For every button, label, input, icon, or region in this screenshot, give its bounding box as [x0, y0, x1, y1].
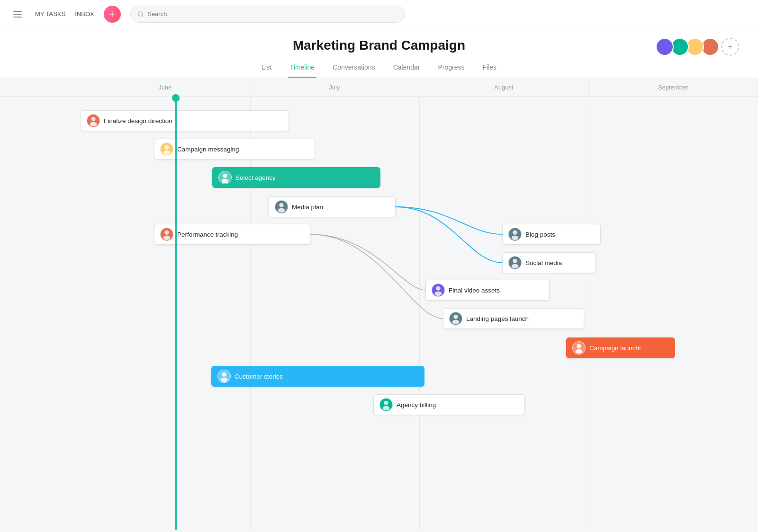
svg-point-25	[383, 406, 390, 410]
tab-files[interactable]: Files	[480, 60, 498, 78]
person-icon	[573, 341, 585, 355]
svg-line-1	[142, 15, 143, 16]
svg-point-7	[222, 179, 229, 183]
task-avatar	[449, 312, 462, 325]
month-august: August	[419, 78, 589, 97]
person-icon	[218, 370, 230, 383]
task-label: Campaign launch!	[589, 345, 641, 352]
timeline-main: June July August September	[81, 78, 758, 530]
topbar: MY TASKS INBOX +	[0, 0, 758, 28]
tab-calendar[interactable]: Calendar	[391, 60, 422, 78]
svg-point-21	[576, 349, 583, 354]
connectors	[81, 97, 758, 530]
task-avatar	[160, 142, 173, 156]
svg-point-6	[223, 174, 227, 178]
my-tasks-link[interactable]: MY TASKS	[35, 10, 65, 18]
person-icon	[380, 398, 392, 411]
avatar	[656, 38, 674, 56]
task-avatar	[87, 114, 100, 127]
task-label: Final video assets	[449, 287, 500, 294]
add-button[interactable]: +	[104, 6, 121, 23]
tab-list[interactable]: List	[260, 60, 274, 78]
task-social-media[interactable]: Social media	[502, 252, 596, 273]
task-finalize-design[interactable]: Finalize design direction	[81, 110, 289, 131]
person-icon	[161, 228, 173, 241]
month-september: September	[589, 78, 758, 97]
task-avatar	[432, 284, 445, 297]
task-select-agency[interactable]: Select agency	[212, 167, 380, 188]
svg-point-8	[279, 203, 283, 207]
svg-point-13	[512, 236, 519, 240]
task-label: Finalize design direction	[104, 117, 172, 124]
grid-lines	[81, 97, 758, 530]
task-label: Media plan	[292, 204, 323, 211]
search-input[interactable]	[147, 10, 398, 18]
task-label: Select agency	[235, 174, 276, 181]
tab-progress[interactable]: Progress	[436, 60, 466, 78]
person-icon	[432, 284, 444, 297]
timeline-container: June July August September	[0, 78, 758, 530]
person-icon	[275, 200, 288, 213]
person-icon	[219, 171, 231, 184]
task-customer-stories[interactable]: Customer stories	[211, 366, 424, 387]
add-member-button[interactable]: +	[721, 38, 739, 56]
task-landing-pages[interactable]: Landing pages launch	[443, 308, 584, 329]
task-avatar	[275, 200, 288, 213]
search-icon	[137, 11, 144, 18]
search-bar	[130, 6, 405, 23]
task-label: Agency billing	[397, 401, 436, 408]
task-avatar	[508, 228, 522, 241]
svg-point-9	[278, 208, 285, 213]
task-media-plan[interactable]: Media plan	[269, 196, 396, 217]
month-header: June July August September	[81, 78, 758, 97]
task-avatar	[572, 341, 586, 355]
task-label: Customer stories	[235, 373, 283, 380]
task-avatar	[218, 171, 232, 184]
task-avatar	[379, 398, 393, 411]
task-label: Performance tracking	[177, 231, 238, 238]
svg-point-12	[513, 231, 517, 235]
person-icon	[509, 228, 521, 241]
svg-point-16	[436, 286, 440, 291]
project-header: Marketing Brand Campaign + List Timeline…	[0, 28, 758, 78]
task-label: Social media	[525, 259, 562, 266]
month-june: June	[81, 78, 250, 97]
person-icon	[450, 312, 462, 325]
task-avatar	[217, 370, 231, 383]
svg-point-15	[512, 264, 519, 268]
svg-point-10	[164, 231, 169, 235]
task-campaign-messaging[interactable]: Campaign messaging	[154, 139, 315, 160]
tabs: List Timeline Conversations Calendar Pro…	[0, 60, 758, 78]
svg-point-2	[91, 117, 95, 121]
task-avatar	[160, 228, 173, 241]
svg-point-20	[577, 344, 581, 348]
person-icon	[509, 256, 521, 269]
member-avatars: +	[659, 38, 739, 56]
svg-point-23	[221, 378, 228, 382]
task-performance-tracking[interactable]: Performance tracking	[154, 224, 310, 245]
task-campaign-launch[interactable]: Campaign launch!	[566, 337, 675, 358]
task-blog-posts[interactable]: Blog posts	[502, 224, 601, 245]
today-indicator	[175, 97, 177, 530]
menu-icon[interactable]	[9, 7, 26, 21]
svg-point-24	[384, 401, 388, 405]
svg-point-5	[163, 151, 171, 155]
svg-point-22	[222, 372, 226, 377]
svg-point-18	[453, 315, 458, 319]
person-icon	[161, 142, 173, 156]
svg-point-0	[138, 11, 142, 16]
task-label: Landing pages launch	[466, 315, 529, 322]
task-label: Blog posts	[525, 231, 555, 238]
svg-point-17	[435, 292, 442, 296]
timeline-content: Finalize design direction Campaign messa…	[81, 97, 758, 530]
timeline-sidebar	[0, 78, 81, 530]
task-final-video[interactable]: Final video assets	[425, 280, 550, 301]
inbox-link[interactable]: INBOX	[75, 10, 94, 18]
svg-point-19	[452, 320, 460, 324]
tab-conversations[interactable]: Conversations	[331, 60, 377, 78]
svg-point-4	[164, 145, 169, 150]
svg-point-14	[513, 259, 517, 263]
tab-timeline[interactable]: Timeline	[288, 60, 316, 78]
person-icon	[87, 114, 99, 127]
task-agency-billing[interactable]: Agency billing	[373, 394, 525, 415]
